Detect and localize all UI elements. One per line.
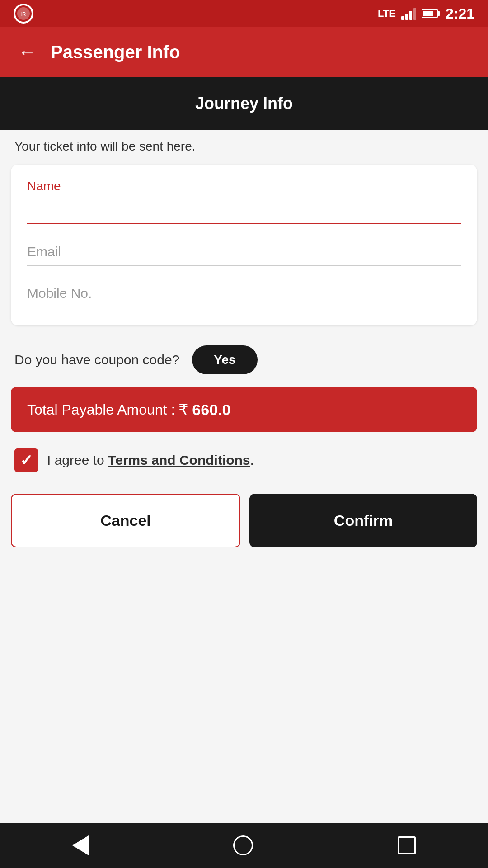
checkmark-icon: ✓ xyxy=(20,451,33,469)
terms-row: ✓ I agree to Terms and Conditions. xyxy=(0,436,488,485)
name-label: Name xyxy=(27,179,461,193)
page-title: Passenger Info xyxy=(51,42,180,62)
nav-recents-button[interactable] xyxy=(380,829,434,862)
nav-home-button[interactable] xyxy=(215,828,271,863)
back-button[interactable]: ← xyxy=(14,38,40,66)
lte-indicator: LTE xyxy=(378,8,396,19)
signal-icon xyxy=(401,7,416,20)
total-amount-bar: Total Payable Amount : ₹ 660.0 xyxy=(11,387,477,432)
email-field-group xyxy=(27,239,461,266)
amount-value: 660.0 xyxy=(192,401,230,419)
mobile-input[interactable] xyxy=(27,280,461,307)
clock: 2:21 xyxy=(446,5,474,22)
nav-back-icon xyxy=(72,835,89,855)
terms-agree-text: I agree to xyxy=(47,453,108,467)
name-field-group: Name xyxy=(27,179,461,224)
passenger-form-card: Name xyxy=(11,165,477,326)
nav-bar xyxy=(0,823,488,868)
email-input[interactable] xyxy=(27,239,461,266)
main-content: Journey Info Your ticket info will be se… xyxy=(0,77,488,823)
app-bar: ← Passenger Info xyxy=(0,27,488,77)
currency-symbol: ₹ xyxy=(178,401,188,419)
ticket-info-note: Your ticket info will be sent here. xyxy=(0,130,488,161)
status-bar-logo: IR xyxy=(14,4,33,24)
back-arrow-icon: ← xyxy=(18,42,36,62)
status-bar: IR LTE 2:21 xyxy=(0,0,488,27)
name-input[interactable] xyxy=(27,197,461,224)
action-buttons: Cancel Confirm xyxy=(0,486,488,555)
nav-back-button[interactable] xyxy=(54,828,107,863)
nav-home-icon xyxy=(233,835,253,855)
mobile-field-group xyxy=(27,280,461,307)
coupon-yes-button[interactable]: Yes xyxy=(192,345,257,374)
coupon-question-text: Do you have coupon code? xyxy=(14,352,179,368)
journey-info-label: Journey Info xyxy=(195,94,293,113)
journey-info-banner: Journey Info xyxy=(0,77,488,130)
coupon-row: Do you have coupon code? Yes xyxy=(0,336,488,383)
confirm-button[interactable]: Confirm xyxy=(249,494,477,547)
status-bar-right: LTE 2:21 xyxy=(378,5,474,22)
terms-period: . xyxy=(250,453,254,467)
svg-text:IR: IR xyxy=(21,12,26,17)
battery-icon xyxy=(422,9,440,18)
nav-recents-icon xyxy=(398,836,416,854)
terms-link[interactable]: Terms and Conditions xyxy=(108,453,250,467)
total-payable-label: Total Payable Amount : xyxy=(27,401,175,418)
cancel-button[interactable]: Cancel xyxy=(11,494,240,547)
terms-text-container: I agree to Terms and Conditions. xyxy=(47,453,254,468)
terms-checkbox[interactable]: ✓ xyxy=(14,448,38,472)
